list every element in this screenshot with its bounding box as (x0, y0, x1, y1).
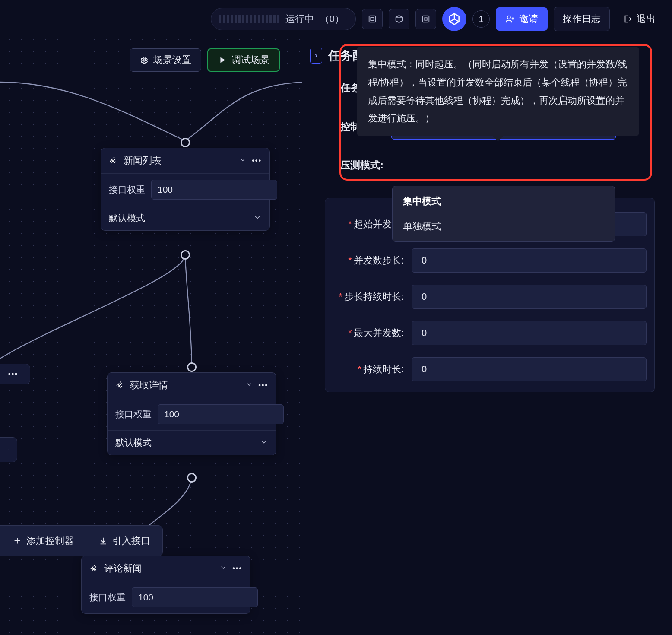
progress-bars-icon (219, 15, 279, 23)
exit-label: 退出 (637, 13, 656, 25)
node-title: 评论新闻 (104, 562, 214, 575)
more-icon[interactable]: ••• (258, 381, 268, 389)
port-n1-in[interactable] (181, 138, 190, 147)
test-mode-label: 压测模式: (323, 159, 384, 172)
chevron-down-icon[interactable] (245, 381, 253, 390)
running-count: （0） (320, 13, 344, 25)
svg-rect-2 (423, 16, 429, 22)
control-mode-dropdown: 集中模式 单独模式 (392, 186, 615, 242)
max-concurrency-label: 最大并发数: (354, 327, 404, 338)
svg-point-4 (507, 16, 510, 19)
scene-settings-button[interactable]: 场景设置 (130, 48, 201, 72)
frame-icon-button[interactable] (415, 9, 436, 29)
plug-icon (109, 156, 118, 165)
plug-icon (89, 564, 99, 573)
node-get-detail[interactable]: 获取详情 ••• 接口权重 默认模式 (107, 372, 276, 455)
port-n1-out[interactable] (181, 250, 190, 260)
port-n2-in[interactable] (187, 362, 197, 372)
port-n2-out[interactable] (187, 473, 197, 483)
node-title: 新闻列表 (124, 154, 234, 167)
chevron-down-icon[interactable] (239, 156, 247, 165)
duration-label: 持续时长: (363, 364, 404, 375)
chevron-down-icon[interactable] (260, 438, 268, 448)
invite-button[interactable]: 邀请 (496, 7, 548, 31)
count-badge[interactable]: 1 (472, 10, 490, 28)
dropdown-option-focused[interactable]: 集中模式 (393, 189, 615, 214)
node-news-list[interactable]: 新闻列表 ••• 接口权重 默认模式 (101, 148, 270, 231)
plug-icon (115, 381, 125, 390)
weight-label: 接口权重 (89, 591, 126, 603)
step-input[interactable] (412, 248, 647, 273)
brand-hex-icon[interactable] (442, 7, 466, 31)
canvas-action-bar: 添加控制器 引入接口 (0, 525, 163, 556)
chevron-down-icon[interactable] (219, 564, 227, 573)
exit-button[interactable]: 退出 (616, 7, 662, 31)
node-partial-left-2[interactable] (0, 437, 17, 462)
import-api-label: 引入接口 (112, 534, 150, 547)
weight-label: 接口权重 (109, 184, 145, 196)
svg-rect-3 (425, 18, 427, 20)
mode-label: 默认模式 (109, 212, 145, 224)
scene-toolbar: 场景设置 调试场景 (130, 48, 280, 72)
debug-scene-label: 调试场景 (231, 54, 269, 67)
invite-label: 邀请 (519, 13, 538, 25)
scene-settings-label: 场景设置 (153, 54, 191, 67)
svg-rect-0 (369, 16, 376, 22)
chevron-down-icon (8, 446, 9, 454)
add-controller-label: 添加控制器 (26, 534, 74, 547)
node-title: 获取详情 (130, 379, 240, 392)
weight-input[interactable] (158, 404, 284, 424)
more-icon[interactable]: ••• (252, 157, 262, 165)
debug-scene-button[interactable]: 调试场景 (207, 48, 280, 72)
import-api-button[interactable]: 引入接口 (86, 526, 162, 556)
running-status-pill[interactable]: 运行中 （0） (211, 8, 356, 30)
running-label: 运行中 (285, 13, 314, 25)
more-icon[interactable]: ••• (232, 565, 242, 572)
layout-icon-button[interactable] (362, 9, 383, 29)
plus-icon (13, 536, 22, 546)
weight-input[interactable] (132, 587, 258, 607)
add-controller-button[interactable]: 添加控制器 (0, 526, 86, 556)
max-concurrency-input[interactable] (412, 321, 647, 345)
weight-input[interactable] (151, 180, 277, 200)
top-bar: 运行中 （0） 1 邀请 操作日志 退出 (0, 8, 672, 30)
download-icon (98, 536, 108, 546)
duration-input[interactable] (412, 357, 647, 381)
operation-log-button[interactable]: 操作日志 (554, 7, 610, 31)
svg-point-5 (143, 59, 146, 61)
dropdown-option[interactable]: 单独模式 (393, 214, 615, 239)
weight-label: 接口权重 (115, 408, 152, 420)
step-duration-input[interactable] (412, 285, 647, 309)
step-duration-label: 步长持续时长: (344, 291, 404, 302)
svg-rect-1 (371, 17, 374, 20)
step-label: 并发数步长: (354, 255, 404, 266)
node-comment-news[interactable]: 评论新闻 ••• 接口权重 (81, 556, 250, 614)
control-mode-tooltip: 集中模式：同时起压。（同时启动所有并发（设置的并发数/线程/协程），当设置的并发… (357, 47, 639, 136)
node-partial-left-1[interactable]: ••• (0, 364, 30, 384)
more-icon[interactable]: ••• (8, 370, 18, 378)
panel-collapse-button[interactable] (310, 48, 322, 64)
mode-label: 默认模式 (115, 437, 152, 449)
cube-icon-button[interactable] (389, 9, 409, 29)
chevron-down-icon[interactable] (253, 213, 262, 223)
